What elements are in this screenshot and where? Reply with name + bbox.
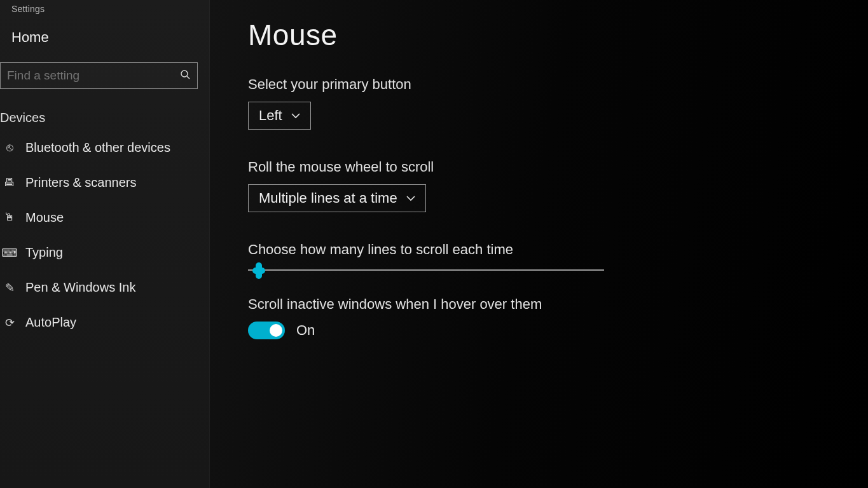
- sidebar-item-printers[interactable]: 🖶 Printers & scanners: [0, 165, 209, 200]
- chevron-down-icon: [291, 110, 300, 121]
- sidebar-category: Devices: [0, 111, 209, 130]
- main-panel: Mouse Select your primary button Left Ro…: [210, 0, 868, 488]
- autoplay-icon: ⟳: [1, 316, 18, 330]
- search-input[interactable]: [1, 69, 173, 83]
- mouse-icon: 🖱: [1, 211, 18, 224]
- bluetooth-icon: ⎋: [1, 141, 18, 154]
- search-box[interactable]: [0, 62, 198, 89]
- settings-app: Settings Home Devices ⎋ Bluetooth & othe…: [0, 0, 868, 488]
- sidebar-item-label: Mouse: [25, 210, 64, 225]
- primary-button-label: Select your primary button: [248, 76, 843, 93]
- slider-track: [248, 269, 604, 271]
- printer-icon: 🖶: [1, 176, 18, 189]
- page-title: Mouse: [248, 18, 843, 52]
- sidebar: Settings Home Devices ⎋ Bluetooth & othe…: [0, 0, 210, 488]
- chevron-down-icon: [406, 193, 415, 204]
- app-title: Settings: [0, 4, 209, 20]
- sidebar-item-autoplay[interactable]: ⟳ AutoPlay: [0, 305, 209, 340]
- sidebar-item-bluetooth[interactable]: ⎋ Bluetooth & other devices: [0, 130, 209, 165]
- inactive-scroll-state: On: [296, 322, 315, 339]
- lines-slider-label: Choose how many lines to scroll each tim…: [248, 241, 843, 258]
- sidebar-item-typing[interactable]: ⌨ Typing: [0, 235, 209, 270]
- toggle-knob: [270, 324, 282, 337]
- wheel-scroll-label: Roll the mouse wheel to scroll: [248, 159, 843, 175]
- inactive-scroll-toggle[interactable]: [248, 322, 285, 339]
- inactive-scroll-label: Scroll inactive windows when I hover ove…: [248, 296, 843, 313]
- pen-icon: ✎: [1, 281, 18, 295]
- search-icon: [173, 69, 197, 83]
- keyboard-icon: ⌨: [1, 246, 18, 260]
- slider-thumb[interactable]: [256, 262, 262, 279]
- sidebar-item-label: Printers & scanners: [25, 175, 137, 190]
- sidebar-item-label: Bluetooth & other devices: [25, 140, 170, 155]
- svg-line-1: [187, 76, 189, 79]
- sidebar-item-label: Typing: [25, 245, 63, 260]
- lines-slider[interactable]: [248, 269, 604, 271]
- svg-point-0: [181, 71, 188, 77]
- sidebar-item-pen[interactable]: ✎ Pen & Windows Ink: [0, 270, 209, 305]
- sidebar-item-label: AutoPlay: [25, 315, 76, 330]
- wheel-scroll-value: Multiple lines at a time: [259, 190, 397, 207]
- sidebar-home[interactable]: Home: [0, 20, 209, 62]
- home-label: Home: [11, 29, 49, 45]
- primary-button-dropdown[interactable]: Left: [248, 102, 311, 130]
- primary-button-value: Left: [259, 107, 282, 124]
- inactive-scroll-row: On: [248, 322, 843, 339]
- sidebar-item-label: Pen & Windows Ink: [25, 280, 135, 295]
- wheel-scroll-dropdown[interactable]: Multiple lines at a time: [248, 184, 426, 212]
- sidebar-item-mouse[interactable]: 🖱 Mouse: [0, 200, 209, 235]
